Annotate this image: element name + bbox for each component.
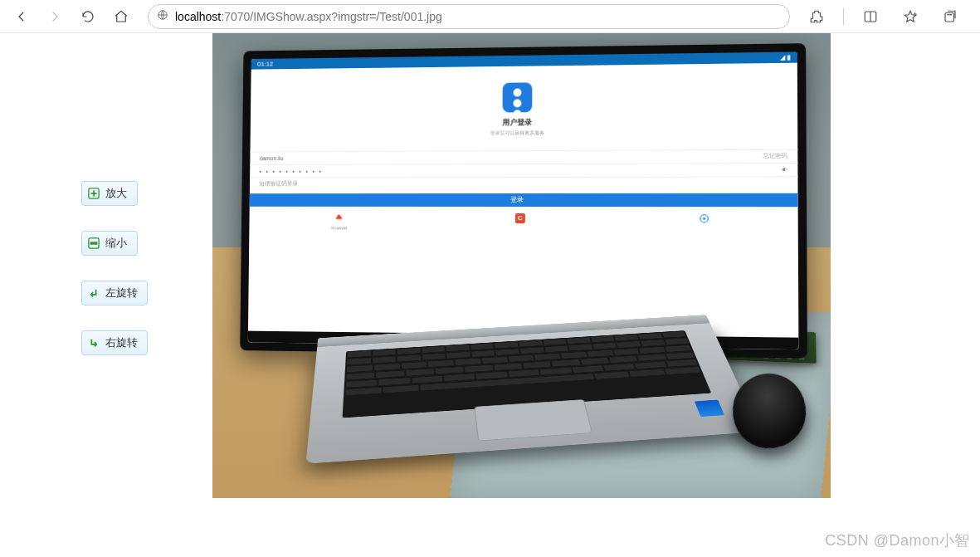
login-provider-other — [699, 213, 709, 231]
back-icon[interactable] — [8, 3, 35, 30]
home-icon[interactable] — [108, 3, 134, 30]
status-time: 01:12 — [257, 60, 273, 67]
extensions-icon[interactable] — [803, 3, 830, 30]
zoom-out-icon — [87, 237, 100, 250]
site-info-icon[interactable] — [157, 9, 168, 23]
login-provider-c: C — [515, 213, 525, 231]
login-captcha-row: 短信验证码登录 — [250, 176, 798, 190]
rotate-right-button[interactable]: 右旋转 — [81, 330, 148, 355]
zoom-out-label: 缩小 — [105, 236, 127, 251]
rotate-right-label: 右旋转 — [105, 335, 138, 350]
zoom-in-icon — [87, 187, 100, 200]
login-submit-button: 登录 — [250, 193, 798, 206]
toolbar-divider — [843, 8, 844, 25]
status-icons: ◢ ▮ — [780, 53, 791, 61]
address-bar[interactable]: localhost:7070/IMGShow.aspx?imgstr=/Test… — [148, 4, 790, 29]
login-provider-huawei: Huawei — [331, 213, 347, 230]
collections-icon[interactable] — [937, 3, 963, 30]
svg-rect-2 — [945, 12, 954, 22]
photo-monitor: 01:12 ◢ ▮ 用户登录 登录后可以获得更多服务 damon.liu 忘记密… — [240, 43, 807, 358]
displayed-image: 01:12 ◢ ▮ 用户登录 登录后可以获得更多服务 damon.liu 忘记密… — [212, 33, 831, 498]
refresh-icon[interactable] — [75, 3, 101, 30]
login-password-field: • • • • • • • • • • 👁 — [250, 163, 797, 178]
eye-icon: 👁 — [782, 167, 787, 173]
rotate-right-icon — [87, 336, 100, 349]
login-app-logo-icon — [503, 82, 533, 112]
login-subtitle: 登录后可以获得更多服务 — [251, 128, 798, 139]
rotate-left-button[interactable]: 左旋转 — [81, 281, 148, 305]
rotate-left-label: 左旋转 — [105, 286, 138, 300]
favorites-icon[interactable] — [897, 3, 924, 30]
zoom-out-button[interactable]: 缩小 — [81, 231, 138, 256]
zoom-in-label: 放大 — [105, 186, 127, 201]
rotate-left-icon — [87, 286, 100, 300]
split-screen-icon[interactable] — [857, 3, 884, 30]
svg-point-7 — [703, 217, 705, 219]
page-content: 放大 缩小 左旋转 右旋转 — [0, 33, 980, 557]
url-text: localhost:7070/IMGShow.aspx?imgstr=/Test… — [175, 10, 442, 23]
zoom-in-button[interactable]: 放大 — [81, 181, 138, 206]
image-tool-sidebar: 放大 缩小 左旋转 右旋转 — [81, 181, 148, 355]
browser-toolbar: localhost:7070/IMGShow.aspx?imgstr=/Test… — [0, 0, 980, 33]
forward-icon[interactable] — [41, 3, 68, 30]
svg-rect-5 — [90, 242, 98, 245]
watermark-text: CSDN @Damon小智 — [825, 530, 970, 550]
